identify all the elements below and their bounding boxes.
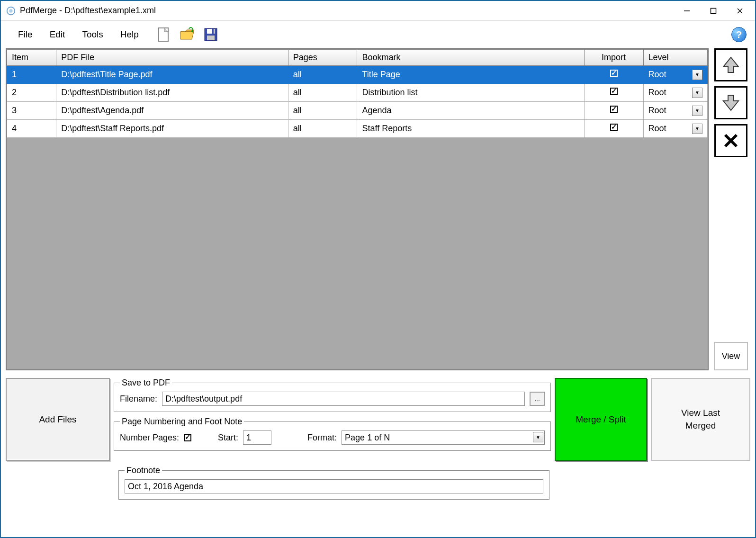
footnote-group: Footnote (118, 466, 549, 500)
cell-bookmark[interactable]: Agenda (357, 102, 584, 120)
save-to-pdf-legend: Save to PDF (120, 378, 172, 388)
cell-file[interactable]: D:\pdftest\Staff Reports.pdf (56, 120, 288, 138)
help-icon[interactable]: ? (731, 27, 747, 42)
cell-item[interactable]: 2 (7, 84, 56, 102)
import-checkbox[interactable] (610, 88, 618, 95)
cell-level[interactable]: Root (643, 120, 707, 138)
view-button[interactable]: View (714, 342, 748, 370)
table-row[interactable]: 4D:\pdftest\Staff Reports.pdfallStaff Re… (7, 120, 708, 138)
col-header-pages[interactable]: Pages (288, 50, 357, 66)
cell-pages[interactable]: all (288, 102, 357, 120)
start-input[interactable] (243, 430, 271, 445)
window-controls (674, 1, 753, 20)
new-file-icon[interactable] (154, 25, 173, 44)
col-header-pdf-file[interactable]: PDF File (56, 50, 288, 66)
col-header-bookmark[interactable]: Bookmark (357, 50, 584, 66)
menu-tools[interactable]: Tools (73, 27, 111, 43)
cell-import[interactable] (584, 84, 643, 102)
cell-file[interactable]: D:\pdftest\Agenda.pdf (56, 102, 288, 120)
cell-item[interactable]: 3 (7, 102, 56, 120)
app-icon (6, 6, 16, 16)
col-header-level[interactable]: Level (643, 50, 707, 66)
cell-bookmark[interactable]: Distribution list (357, 84, 584, 102)
menu-help[interactable]: Help (112, 27, 147, 43)
menubar: File Edit Tools Help ? (1, 21, 755, 48)
open-folder-icon[interactable] (178, 25, 197, 44)
svg-marker-13 (723, 57, 738, 72)
merge-split-button[interactable]: Merge / Split (555, 378, 647, 461)
page-numbering-group: Page Numbering and Foot Note Number Page… (114, 417, 551, 451)
cell-bookmark[interactable]: Title Page (357, 66, 584, 84)
table-row[interactable]: 3D:\pdftest\Agenda.pdfallAgendaRoot (7, 102, 708, 120)
table-row[interactable]: 2D:\pdftest\Distribution list.pdfallDist… (7, 84, 708, 102)
svg-rect-3 (711, 8, 716, 13)
chevron-down-icon[interactable] (692, 124, 702, 134)
cell-bookmark[interactable]: Staff Reports (357, 120, 584, 138)
window-title: PdfMerge - D:\pdftest\example1.xml (20, 6, 674, 16)
menu-edit[interactable]: Edit (41, 27, 74, 43)
footnote-legend: Footnote (125, 466, 162, 475)
table-row[interactable]: 1D:\pdftest\Title Page.pdfallTitle PageR… (7, 66, 708, 84)
cell-item[interactable]: 1 (7, 66, 56, 84)
format-select[interactable] (342, 430, 545, 445)
start-label: Start: (218, 433, 238, 443)
svg-rect-11 (212, 29, 214, 34)
col-header-item[interactable]: Item (7, 50, 56, 66)
move-up-button[interactable] (714, 48, 747, 81)
col-header-import[interactable]: Import (584, 50, 643, 66)
number-pages-label: Number Pages: (120, 433, 179, 443)
titlebar: PdfMerge - D:\pdftest\example1.xml (1, 1, 755, 21)
cell-pages[interactable]: all (288, 66, 357, 84)
svg-point-1 (9, 9, 12, 12)
filename-label: Filename: (120, 394, 157, 404)
cell-item[interactable]: 4 (7, 120, 56, 138)
chevron-down-icon[interactable] (692, 70, 702, 80)
chevron-down-icon[interactable] (692, 88, 702, 98)
file-table[interactable]: Item PDF File Pages Bookmark Import Leve… (6, 48, 709, 370)
number-pages-checkbox[interactable] (184, 434, 191, 441)
cell-level[interactable]: Root (643, 66, 707, 84)
cell-import[interactable] (584, 120, 643, 138)
page-numbering-legend: Page Numbering and Foot Note (120, 417, 244, 427)
import-checkbox[interactable] (610, 70, 618, 77)
filename-input[interactable] (162, 392, 525, 406)
chevron-down-icon[interactable] (533, 432, 543, 442)
cell-pages[interactable]: all (288, 120, 357, 138)
svg-rect-12 (207, 36, 215, 40)
footnote-input[interactable] (125, 479, 543, 493)
format-label: Format: (307, 433, 337, 443)
cell-import[interactable] (584, 66, 643, 84)
move-down-button[interactable] (714, 86, 747, 119)
menu-file[interactable]: File (9, 27, 41, 43)
save-to-pdf-group: Save to PDF Filename: ... (114, 378, 551, 412)
maximize-button[interactable] (700, 1, 727, 20)
svg-rect-6 (159, 28, 168, 41)
svg-marker-14 (723, 95, 738, 110)
minimize-button[interactable] (674, 1, 700, 20)
cell-file[interactable]: D:\pdftest\Title Page.pdf (56, 66, 288, 84)
cell-pages[interactable]: all (288, 84, 357, 102)
cell-file[interactable]: D:\pdftest\Distribution list.pdf (56, 84, 288, 102)
cell-level[interactable]: Root (643, 102, 707, 120)
add-files-button[interactable]: Add Files (6, 378, 110, 461)
chevron-down-icon[interactable] (692, 106, 702, 116)
import-checkbox[interactable] (610, 106, 618, 113)
save-icon[interactable] (201, 25, 220, 44)
import-checkbox[interactable] (610, 124, 618, 131)
cell-level[interactable]: Root (643, 84, 707, 102)
cell-import[interactable] (584, 102, 643, 120)
close-button[interactable] (727, 1, 753, 20)
browse-output-button[interactable]: ... (530, 392, 545, 406)
delete-row-button[interactable] (714, 124, 747, 157)
view-last-merged-button[interactable]: View Last Merged (651, 378, 750, 461)
